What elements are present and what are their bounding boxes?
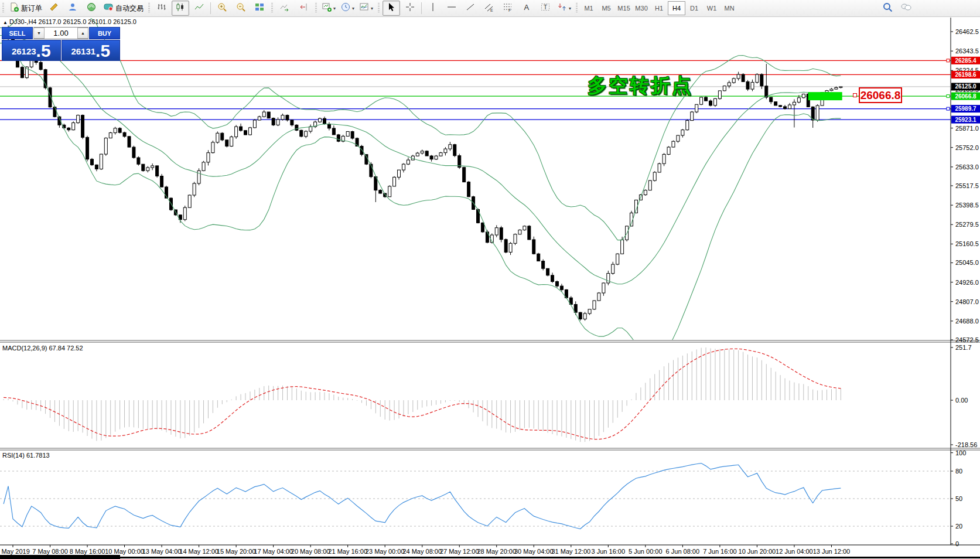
alerts-button[interactable] [45, 1, 63, 16]
signals-button[interactable] [83, 1, 100, 16]
svg-text:6 Jun 08:00: 6 Jun 08:00 [666, 548, 700, 555]
auto-scroll-button[interactable] [276, 1, 293, 16]
timeframe-button-h4[interactable]: H4 [668, 1, 685, 15]
indicators-icon [359, 2, 370, 15]
indicators-dropdown[interactable]: ▾ [357, 1, 375, 16]
svg-text:3 Jun 16:00: 3 Jun 16:00 [592, 548, 626, 555]
bottom-edge-line [0, 557, 980, 558]
zoom-in-button[interactable] [213, 1, 231, 16]
chart-canvas[interactable]: 26462.526343.526224.526105.525988.025871… [0, 0, 980, 559]
metatrader-window: 新订单 自动交易 ▾ ▾ ▾ E F A T [0, 0, 980, 559]
new-chart-dropdown[interactable]: ▾ [320, 1, 337, 16]
sell-price-display[interactable]: 26123 .5 [2, 40, 61, 61]
zoom-out-button[interactable] [232, 1, 250, 16]
toolbar-grip[interactable] [2, 3, 4, 13]
chevron-down-icon: ▾ [371, 6, 373, 11]
timeframe-button-h1[interactable]: H1 [650, 1, 668, 15]
chat-button[interactable] [897, 1, 915, 16]
horizontal-line-icon [446, 2, 457, 15]
channel-icon: E [484, 2, 494, 15]
toolbar-grip[interactable] [315, 3, 317, 13]
alerts-icon [49, 2, 59, 15]
main-toolbar: 新订单 自动交易 ▾ ▾ ▾ E F A T [0, 0, 980, 17]
bar-chart-button[interactable] [153, 1, 170, 16]
horizontal-line-tool[interactable] [443, 1, 460, 16]
symbol-ohlc-header: ▲ DJ30-,H4 26117.0 26125.0 26101.0 26125… [3, 18, 136, 25]
svg-text:10 May 00:00: 10 May 00:00 [105, 548, 144, 555]
timeframe-button-d1[interactable]: D1 [685, 1, 703, 15]
toolbar-grip[interactable] [378, 3, 380, 13]
candlestick-chart-button[interactable] [172, 1, 189, 16]
chevron-down-icon: ▾ [569, 6, 571, 11]
fibonacci-tool[interactable]: F [499, 1, 517, 16]
chevron-down-icon: ▾ [333, 6, 336, 11]
svg-text:21 May 16:00: 21 May 16:00 [328, 548, 367, 555]
text-tool[interactable]: A [518, 1, 535, 16]
svg-text:15 May 20:00: 15 May 20:00 [217, 548, 256, 555]
svg-text:12 Jun 04:00: 12 Jun 04:00 [776, 548, 813, 555]
volume-increase-button[interactable]: ▲ [77, 28, 88, 39]
toolbar-grip[interactable] [271, 3, 273, 13]
channel-tool[interactable]: E [480, 1, 498, 16]
cursor-tool-button[interactable] [383, 1, 400, 16]
period-dropdown[interactable]: ▾ [339, 1, 356, 16]
green-highlight-zone[interactable] [808, 92, 842, 100]
search-button[interactable] [879, 1, 896, 16]
timeframe-button-m5[interactable]: M5 [597, 1, 615, 15]
svg-text:25160.5: 25160.5 [955, 240, 979, 247]
toolbar-grip[interactable] [148, 3, 150, 13]
line-chart-button[interactable] [190, 1, 208, 16]
price-callout-anchor[interactable] [853, 93, 857, 97]
text-label-tool[interactable]: T [537, 1, 554, 16]
svg-text:20 May 08:00: 20 May 08:00 [291, 548, 330, 555]
sell-button[interactable]: SELL [2, 27, 33, 39]
timeframe-button-m1[interactable]: M1 [580, 1, 597, 15]
vertical-line-tool[interactable] [424, 1, 442, 16]
toolbar-separator [421, 2, 422, 14]
buy-price-display[interactable]: 26131 .5 [62, 40, 121, 61]
svg-text:A: A [524, 3, 530, 12]
svg-text:25398.5: 25398.5 [955, 202, 979, 209]
svg-text:30 May 04:00: 30 May 04:00 [514, 548, 554, 555]
svg-text:20: 20 [955, 523, 962, 530]
svg-text:50: 50 [955, 495, 962, 502]
timeframe-button-w1[interactable]: W1 [703, 1, 721, 15]
svg-text:80: 80 [955, 468, 962, 475]
turning-point-annotation[interactable]: 多空转折点 [588, 73, 693, 99]
svg-text:251.7: 251.7 [955, 344, 972, 351]
price-callout-label[interactable]: 26066.8 [859, 87, 902, 103]
buy-button[interactable]: BUY [89, 27, 120, 39]
crosshair-tool-button[interactable] [401, 1, 419, 16]
zoom-in-icon [217, 2, 227, 15]
community-button[interactable] [64, 1, 81, 16]
timeframe-button-m30[interactable]: M30 [633, 1, 650, 15]
search-icon [882, 2, 893, 15]
chart-shift-button[interactable] [295, 1, 312, 16]
new-chart-icon [322, 2, 332, 15]
auto-trading-icon [103, 2, 114, 15]
svg-text:F: F [508, 8, 511, 12]
auto-trading-button[interactable]: 自动交易 [101, 1, 145, 16]
svg-text:26066.8: 26066.8 [955, 93, 976, 100]
volume-decrease-button[interactable]: ▼ [33, 28, 45, 39]
svg-text:8 May 16:00: 8 May 16:00 [70, 548, 105, 555]
auto-trading-label: 自动交易 [115, 4, 144, 13]
volume-input[interactable] [45, 28, 77, 39]
svg-text:25871.0: 25871.0 [955, 125, 979, 132]
trendline-tool[interactable] [462, 1, 479, 16]
zoom-out-icon [235, 2, 246, 15]
arrows-dropdown[interactable]: ▾ [555, 1, 573, 16]
symbol-name: DJ30-,H4 [9, 18, 36, 25]
timeframe-button-mn[interactable]: MN [721, 1, 738, 15]
toolbar-separator [210, 2, 211, 14]
new-order-button[interactable]: 新订单 [7, 1, 44, 16]
macd-indicator-label: MACD(12,26,9) 67.84 72.52 [2, 345, 83, 352]
tile-windows-button[interactable] [251, 1, 268, 16]
svg-text:5 Jun 00:00: 5 Jun 00:00 [629, 548, 663, 555]
toolbar-grip[interactable] [576, 3, 578, 13]
svg-text:6 May 2019: 6 May 2019 [0, 548, 30, 555]
svg-text:26462.5: 26462.5 [955, 28, 979, 35]
svg-text:23 May 00:00: 23 May 00:00 [366, 548, 405, 555]
timeframe-button-m15[interactable]: M15 [615, 1, 633, 15]
svg-text:17 May 04:00: 17 May 04:00 [254, 548, 293, 555]
